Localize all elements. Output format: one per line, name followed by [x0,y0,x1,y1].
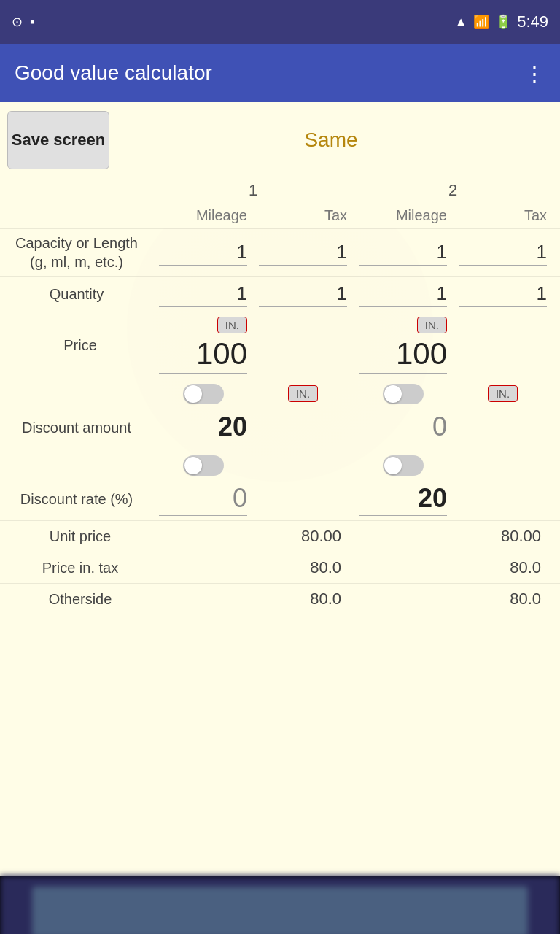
discount-rate-2-mileage-input[interactable] [359,482,447,516]
wifi-icon: ⊙ [12,14,23,30]
col2-number: 2 [353,178,553,203]
discount-rate-label: Discount rate (%) [7,490,153,509]
quantity-data [153,281,553,307]
header-row: Save screen Same [0,102,560,178]
price-1-mileage-cell: IN. [153,317,253,374]
price-in-tax-row: Price in. tax 80.0 80.0 [0,552,560,583]
discount-rate-toggle-1-mileage [153,452,253,479]
otherside-data: 80.0 80.0 [153,590,553,609]
capacity-1-mileage-cell [153,239,253,266]
price-in-tax-label: Price in. tax [7,560,153,576]
price-in-tax-1: 80.0 [153,558,353,577]
mileage-header-2: Mileage [353,206,453,225]
discount-rate-toggle-2-tax [453,463,553,468]
ad-banner [32,887,528,934]
price-data: IN. IN. [153,317,553,374]
discount-rate-toggles [153,452,553,479]
price-2-mileage-input[interactable] [359,335,447,374]
in-button-discount-amount-2[interactable]: IN. [488,385,518,402]
tax-header-2: Tax [453,206,553,225]
capacity-label: Capacity or Length (g, ml, m, etc.) [7,234,153,271]
capacity-2-mileage-cell [353,239,453,266]
discount-rate-data [153,482,553,516]
discount-amount-toggle-2-mileage [353,381,453,407]
discount-amount-in-1: IN. [253,382,353,406]
quantity-2-tax-input[interactable] [459,281,547,307]
price-1-tax-cell [253,317,353,374]
quantity-1-mileage-input[interactable] [159,281,247,307]
discount-amount-1-mileage-input[interactable] [159,410,247,444]
status-icons-right: ▲ 📶 🔋 5:49 [454,12,548,31]
discount-amount-in-2: IN. [453,382,553,406]
col-numbers: 1 2 [153,178,553,203]
discount-rate-1-mileage-cell [153,482,253,516]
capacity-2-mileage-input[interactable] [359,239,447,266]
otherside-row: Otherside 80.0 80.0 [0,583,560,614]
quantity-label: Quantity [7,285,153,304]
discount-rate-row: Discount rate (%) [0,482,560,520]
discount-amount-1-mileage-cell [153,410,253,444]
quantity-2-mileage-cell [353,281,453,307]
price-1-mileage-input[interactable] [159,335,247,374]
unit-price-2: 80.00 [353,527,553,546]
toggle-switch-discount-rate-2[interactable] [383,455,424,476]
app-title: Good value calculator [15,61,212,85]
same-label: Same [109,128,553,152]
col1-number: 1 [153,178,353,203]
quantity-1-tax-input[interactable] [259,281,347,307]
otherside-label: Otherside [7,591,153,608]
more-options-icon[interactable]: ⋮ [524,61,545,86]
sub-headers: Mileage Tax Mileage Tax [0,206,560,228]
price-2-mileage-cell: IN. [353,317,453,374]
toggle-switch-discount-1-mileage[interactable] [183,384,224,404]
discount-rate-toggle-2-mileage [353,452,453,479]
discount-amount-label: Discount amount [7,418,153,437]
discount-amount-2-mileage-cell [353,410,453,444]
capacity-1-mileage-input[interactable] [159,239,247,266]
discount-amount-2-mileage-input[interactable] [359,410,447,444]
discount-amount-data [153,410,553,444]
calculator-grid: Save screen Same 1 2 Mileage Tax Mileage… [0,102,560,614]
col-headers: 1 2 [0,178,560,206]
capacity-row: Capacity or Length (g, ml, m, etc.) [0,228,560,276]
capacity-data [153,239,553,266]
col-sub-headers: Mileage Tax Mileage Tax [153,206,553,225]
quantity-2-mileage-input[interactable] [359,281,447,307]
ad-area [0,876,560,934]
status-bar: ⊙ ▪ ▲ 📶 🔋 5:49 [0,0,560,44]
price-in-tax-data: 80.0 80.0 [153,558,553,577]
quantity-2-tax-cell [453,281,553,307]
discount-amount-toggle-row: IN. IN. [0,378,560,410]
row-label-spacer2 [7,206,153,225]
discount-amount-toggle-1-mileage [153,381,253,407]
otherside-1: 80.0 [153,590,353,609]
capacity-1-tax-input[interactable] [259,239,347,266]
tax-header-1: Tax [253,206,353,225]
main-content: Save screen Same 1 2 Mileage Tax Mileage… [0,102,560,876]
discount-amount-toggles: IN. IN. [153,381,553,407]
unit-price-row: Unit price 80.00 80.00 [0,520,560,552]
sim-icon: ▪ [30,15,34,30]
in-button-discount-amount-1[interactable]: IN. [288,385,318,402]
battery-icon: 🔋 [495,14,511,30]
discount-rate-toggle-1-tax [253,463,353,468]
discount-rate-toggle-row [0,449,560,482]
capacity-2-tax-cell [453,239,553,266]
discount-amount-row: Discount amount [0,410,560,449]
in-button-price-2-mileage[interactable]: IN. [417,317,447,333]
capacity-2-tax-input[interactable] [459,239,547,266]
unit-price-1: 80.00 [153,527,353,546]
price-label: Price [7,337,153,354]
save-screen-button[interactable]: Save screen [7,111,109,169]
discount-rate-2-mileage-cell [353,482,453,516]
unit-price-data: 80.00 80.00 [153,527,553,546]
toggle-switch-discount-2-mileage[interactable] [383,384,424,404]
otherside-2: 80.0 [353,590,553,609]
row-label-spacer [7,178,153,203]
discount-rate-1-mileage-input[interactable] [159,482,247,516]
price-in-tax-2: 80.0 [353,558,553,577]
in-button-price-1-mileage[interactable]: IN. [217,317,247,333]
signal-icon: ▲ [454,15,467,30]
capacity-1-tax-cell [253,239,353,266]
toggle-switch-discount-rate-1[interactable] [183,455,224,476]
